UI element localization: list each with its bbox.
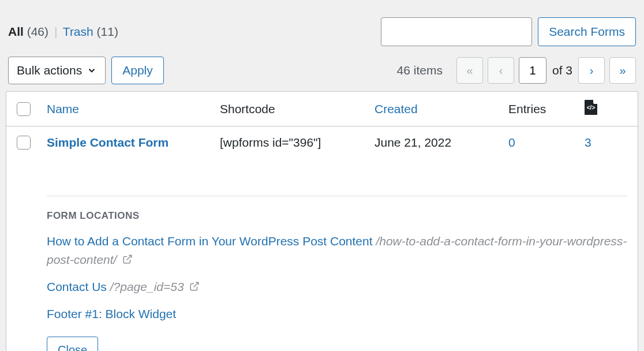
search-input[interactable] <box>381 17 532 46</box>
filter-trash-link[interactable]: Trash <box>63 25 93 38</box>
select-all-checkbox[interactable] <box>17 102 31 116</box>
location-link[interactable]: How to Add a Contact Form in Your WordPr… <box>47 234 373 248</box>
items-count: 46 items <box>397 64 443 77</box>
form-locations-title: FORM LOCATIONS <box>47 210 627 222</box>
list-item: How to Add a Contact Form in Your WordPr… <box>47 232 627 270</box>
last-page-button[interactable]: » <box>609 57 636 84</box>
location-link[interactable]: Footer #1: Block Widget <box>47 307 176 320</box>
search-forms-button[interactable]: Search Forms <box>538 17 636 46</box>
svg-line-0 <box>127 255 132 260</box>
filter-all-count: (46) <box>27 25 48 38</box>
code-file-icon <box>585 100 597 115</box>
close-button[interactable]: Close <box>47 337 98 351</box>
first-page-button: « <box>456 57 483 84</box>
total-pages-text: of 3 <box>552 64 572 77</box>
shortcode-value: [wpforms id="396"] <box>220 136 321 149</box>
table-header: Name Shortcode Created Entries <box>6 92 638 126</box>
created-date: June 21, 2022 <box>375 136 451 149</box>
location-slug: /?page_id=53 <box>110 280 200 293</box>
filter-trash-count: (11) <box>97 25 118 38</box>
column-entries: Entries <box>508 102 585 116</box>
entries-link[interactable]: 0 <box>508 136 515 149</box>
filter-separator: | <box>54 25 57 38</box>
column-shortcode: Shortcode <box>220 102 375 116</box>
bulk-actions-label: Bulk actions <box>17 64 82 77</box>
table-row: Simple Contact Form [wpforms id="396"] J… <box>6 126 638 150</box>
pagination: 46 items « ‹ of 3 › » <box>397 57 636 84</box>
chevron-down-icon <box>87 65 97 76</box>
location-link[interactable]: Contact Us <box>47 280 107 293</box>
forms-table: Name Shortcode Created Entries Simple Co… <box>6 91 638 351</box>
row-checkbox[interactable] <box>17 136 31 150</box>
next-page-button[interactable]: › <box>578 57 605 84</box>
list-item: Contact Us /?page_id=53 <box>47 278 627 297</box>
svg-line-1 <box>194 283 199 287</box>
external-link-icon[interactable] <box>189 278 200 297</box>
column-name[interactable]: Name <box>47 102 220 116</box>
column-created[interactable]: Created <box>375 102 508 116</box>
apply-button[interactable]: Apply <box>111 57 164 84</box>
bulk-actions-select[interactable]: Bulk actions <box>8 57 106 84</box>
current-page-input[interactable] <box>519 57 546 84</box>
list-item: Footer #1: Block Widget <box>47 305 627 323</box>
external-link-icon[interactable] <box>122 251 133 270</box>
locations-count-link[interactable]: 3 <box>585 136 591 149</box>
filter-all-label[interactable]: All <box>8 25 24 38</box>
filter-links: All (46) | Trash (11) <box>8 25 118 39</box>
form-name-link[interactable]: Simple Contact Form <box>47 136 169 149</box>
form-locations-panel: FORM LOCATIONS How to Add a Contact Form… <box>47 196 627 351</box>
prev-page-button: ‹ <box>488 57 514 84</box>
